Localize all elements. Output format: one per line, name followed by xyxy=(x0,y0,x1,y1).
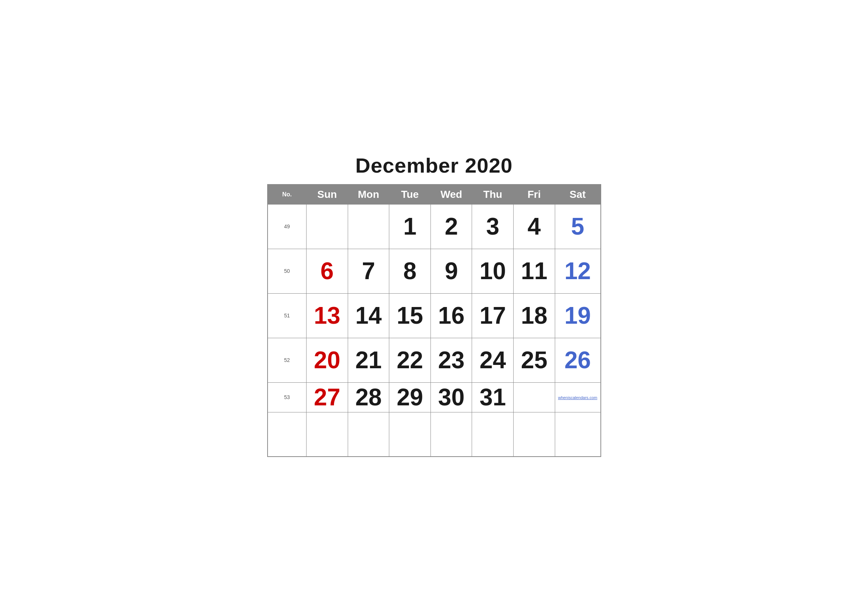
calendar-day-cell-extra xyxy=(307,412,348,457)
calendar-day-cell: 6 xyxy=(307,249,348,293)
calendar-row: 5220212223242526 xyxy=(268,338,601,382)
calendar-container: December 2020 No. Sun Mon Tue Wed Thu Fr… xyxy=(256,146,612,468)
calendar-day-cell: 10 xyxy=(472,249,514,293)
day-number: 29 xyxy=(397,384,423,411)
calendar-day-cell: 30 xyxy=(431,382,472,412)
header-fri: Fri xyxy=(514,185,555,205)
day-number: 5 xyxy=(571,213,584,240)
day-number: 16 xyxy=(438,302,465,329)
day-number: 9 xyxy=(445,257,458,284)
calendar-day-cell: 22 xyxy=(389,338,431,382)
calendar-day-cell: 16 xyxy=(431,293,472,338)
header-no: No. xyxy=(268,185,307,205)
calendar-day-cell: 26 xyxy=(555,338,600,382)
day-number: 23 xyxy=(438,347,465,374)
calendar-row: 5113141516171819 xyxy=(268,293,601,338)
day-number: 26 xyxy=(564,347,591,374)
day-number: 11 xyxy=(521,257,547,284)
calendar-day-cell: 24 xyxy=(472,338,514,382)
calendar-day-cell: 9 xyxy=(431,249,472,293)
calendar-title: December 2020 xyxy=(267,154,601,177)
calendar-day-cell-extra xyxy=(555,412,600,457)
calendar-day-cell: 12 xyxy=(555,249,600,293)
header-sun: Sun xyxy=(307,185,348,205)
day-number: 17 xyxy=(479,302,506,329)
calendar-day-cell: 25 xyxy=(514,338,555,382)
day-number: 13 xyxy=(314,302,340,329)
day-number: 24 xyxy=(479,347,506,374)
calendar-day-cell: 21 xyxy=(348,338,389,382)
calendar-day-cell: 14 xyxy=(348,293,389,338)
week-number: 51 xyxy=(268,293,307,338)
calendar-day-cell xyxy=(307,204,348,249)
week-number: 52 xyxy=(268,338,307,382)
day-number: 19 xyxy=(564,302,591,329)
day-number: 25 xyxy=(521,347,547,374)
calendar-day-cell: 28 xyxy=(348,382,389,412)
day-number: 8 xyxy=(403,257,417,284)
calendar-day-cell: wheniscalendars.com xyxy=(555,382,600,412)
calendar-day-cell: 13 xyxy=(307,293,348,338)
day-number: 20 xyxy=(314,347,340,374)
day-number: 21 xyxy=(355,347,381,374)
day-number: 31 xyxy=(479,384,506,411)
day-number: 6 xyxy=(321,257,334,284)
calendar-row: 4912345 xyxy=(268,204,601,249)
watermark-link[interactable]: wheniscalendars.com xyxy=(558,395,597,400)
day-number: 22 xyxy=(397,347,423,374)
day-number: 2 xyxy=(445,213,458,240)
calendar-day-cell-extra xyxy=(431,412,472,457)
calendar-day-cell-extra xyxy=(472,412,514,457)
day-number: 1 xyxy=(403,213,417,240)
calendar-row-extra xyxy=(268,412,601,457)
calendar-day-cell: 27 xyxy=(307,382,348,412)
day-number: 4 xyxy=(528,213,541,240)
header-tue: Tue xyxy=(389,185,431,205)
day-number: 7 xyxy=(362,257,375,284)
week-number: 53 xyxy=(268,382,307,412)
calendar-day-cell: 23 xyxy=(431,338,472,382)
calendar-day-cell-extra xyxy=(348,412,389,457)
calendar-day-cell: 29 xyxy=(389,382,431,412)
header-mon: Mon xyxy=(348,185,389,205)
calendar-day-cell: 17 xyxy=(472,293,514,338)
week-number-extra xyxy=(268,412,307,457)
calendar-day-cell: 11 xyxy=(514,249,555,293)
day-number: 14 xyxy=(355,302,381,329)
calendar-day-cell: 7 xyxy=(348,249,389,293)
calendar-day-cell: 31 xyxy=(472,382,514,412)
calendar-row: 506789101112 xyxy=(268,249,601,293)
day-number: 30 xyxy=(438,384,465,411)
week-number: 49 xyxy=(268,204,307,249)
calendar-day-cell: 20 xyxy=(307,338,348,382)
calendar-row: 532728293031wheniscalendars.com xyxy=(268,382,601,412)
calendar-day-cell xyxy=(348,204,389,249)
calendar-day-cell-extra xyxy=(389,412,431,457)
header-sat: Sat xyxy=(555,185,600,205)
calendar-table: No. Sun Mon Tue Wed Thu Fri Sat 49123455… xyxy=(267,184,601,457)
calendar-day-cell-extra xyxy=(514,412,555,457)
calendar-day-cell: 15 xyxy=(389,293,431,338)
day-number: 10 xyxy=(479,257,506,284)
day-number: 27 xyxy=(314,384,340,411)
day-number: 18 xyxy=(521,302,547,329)
header-row: No. Sun Mon Tue Wed Thu Fri Sat xyxy=(268,185,601,205)
header-wed: Wed xyxy=(431,185,472,205)
week-number: 50 xyxy=(268,249,307,293)
header-thu: Thu xyxy=(472,185,514,205)
calendar-day-cell: 2 xyxy=(431,204,472,249)
day-number: 15 xyxy=(397,302,423,329)
day-number: 12 xyxy=(564,257,591,284)
day-number: 3 xyxy=(486,213,499,240)
calendar-day-cell: 4 xyxy=(514,204,555,249)
calendar-day-cell: 1 xyxy=(389,204,431,249)
calendar-day-cell xyxy=(514,382,555,412)
calendar-day-cell: 3 xyxy=(472,204,514,249)
calendar-day-cell: 19 xyxy=(555,293,600,338)
day-number: 28 xyxy=(355,384,381,411)
calendar-day-cell: 8 xyxy=(389,249,431,293)
calendar-day-cell: 18 xyxy=(514,293,555,338)
calendar-day-cell: 5 xyxy=(555,204,600,249)
